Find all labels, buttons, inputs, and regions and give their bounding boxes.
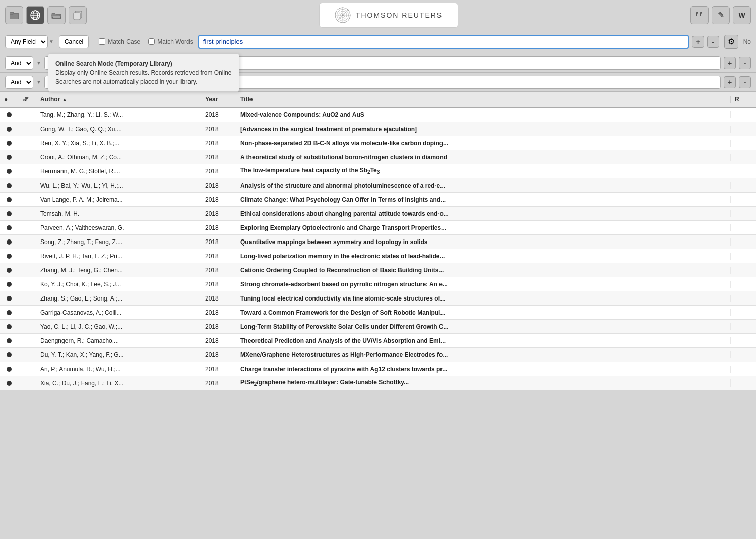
row-author: An, P.; Anumula, R.; Wu, H.;... xyxy=(36,366,201,373)
row-dot xyxy=(0,183,18,188)
table-row[interactable]: An, P.; Anumula, R.; Wu, H.;... 2018 Cha… xyxy=(0,362,756,376)
table-row[interactable]: Herrmann, M. G.; Stoffel, R.... 2018 The… xyxy=(0,164,756,178)
row-author: Ren, X. Y.; Xia, S.; Li, X. B.;... xyxy=(36,140,201,147)
table-row[interactable]: Gong, W. T.; Gao, Q. Q.; Xu,... 2018 [Ad… xyxy=(0,122,756,136)
operator-2-select[interactable]: AndOrNot xyxy=(5,76,33,89)
row-year: 2018 xyxy=(201,182,236,189)
row-year: 2018 xyxy=(201,351,236,358)
table-row[interactable]: Parveen, A.; Vaitheeswaran, G. 2018 Expl… xyxy=(0,221,756,235)
row-dot xyxy=(0,296,18,301)
row-year: 2018 xyxy=(201,154,236,161)
row-year: 2018 xyxy=(201,323,236,330)
match-words-label[interactable]: Match Words xyxy=(148,38,193,45)
table-row[interactable]: Daengngern, R.; Camacho,... 2018 Theoret… xyxy=(0,334,756,348)
table-row[interactable]: Rivett, J. P. H.; Tan, L. Z.; Pri... 201… xyxy=(0,249,756,263)
row-title: Charge transfer interactions of pyrazine… xyxy=(236,366,731,373)
row-year: 2018 xyxy=(201,238,236,246)
row-dot xyxy=(0,310,18,315)
row-title: Toward a Common Framework for the Design… xyxy=(236,309,731,316)
row-title: Long-lived polarization memory in the el… xyxy=(236,253,731,260)
th-author[interactable]: Author ▲ xyxy=(36,96,201,103)
row-author: Gong, W. T.; Gao, Q. Q.; Xu,... xyxy=(36,126,201,133)
table-row[interactable]: Garriga-Casanovas, A.; Colli... 2018 Tow… xyxy=(0,306,756,320)
table-row[interactable]: Ren, X. Y.; Xia, S.; Li, X. B.;... 2018 … xyxy=(0,136,756,150)
search-input-wrapper: + - xyxy=(198,35,719,49)
add-filter-2-button[interactable]: + xyxy=(724,76,736,88)
gear-button[interactable]: ⚙ xyxy=(724,35,738,49)
row-year: 2018 xyxy=(201,210,236,217)
row-dot xyxy=(0,324,18,329)
row-author: Zhang, S.; Gao, L.; Song, A.;... xyxy=(36,295,201,302)
match-case-checkbox[interactable] xyxy=(99,38,105,45)
table-row[interactable]: Zhang, M. J.; Teng, G.; Chen... 2018 Cat… xyxy=(0,263,756,277)
operator-1-select[interactable]: AndOrNot xyxy=(5,56,33,70)
row-year: 2018 xyxy=(201,126,236,133)
sort-arrow-author: ▲ xyxy=(62,97,67,102)
row-year: 2018 xyxy=(201,337,236,344)
match-case-label[interactable]: Match Case xyxy=(99,38,140,45)
row-dot xyxy=(0,225,18,230)
search-field-dropdown[interactable]: Any Field Title Author Year xyxy=(5,35,48,48)
row-year: 2018 xyxy=(201,309,236,316)
table-row[interactable]: Song, Z.; Zhang, T.; Fang, Z.... 2018 Qu… xyxy=(0,235,756,249)
search-row: Any Field Title Author Year ▼ Cancel Mat… xyxy=(0,30,756,53)
logo-text: THOMSON REUTERS xyxy=(356,11,443,19)
row-author: Garriga-Casanovas, A.; Colli... xyxy=(36,309,201,316)
row-year: 2018 xyxy=(201,111,236,118)
row-year: 2018 xyxy=(201,253,236,260)
table-row[interactable]: Ko, Y. J.; Choi, K.; Lee, S.; J... 2018 … xyxy=(0,277,756,291)
table-row[interactable]: Van Lange, P. A. M.; Joirema... 2018 Cli… xyxy=(0,193,756,207)
copy-button[interactable] xyxy=(69,6,87,24)
row-author: Rivett, J. P. H.; Tan, L. Z.; Pri... xyxy=(36,253,201,260)
edit-button[interactable]: ✎ xyxy=(712,6,730,24)
row-title: Climate Change: What Psychology Can Offe… xyxy=(236,196,731,203)
remove-filter-1-button[interactable]: - xyxy=(739,57,751,69)
row-dot xyxy=(0,367,18,372)
match-words-checkbox[interactable] xyxy=(148,38,155,45)
row-year: 2018 xyxy=(201,380,236,387)
no-label: No xyxy=(743,38,751,45)
row-dot xyxy=(0,239,18,245)
folder-button[interactable] xyxy=(5,6,23,24)
tooltip-body: Display only Online Search results. Reco… xyxy=(55,69,231,85)
row-title: Ethical considerations about changing pa… xyxy=(236,210,731,217)
table-row[interactable]: Xia, C.; Du, J.; Fang, L.; Li, X... 2018… xyxy=(0,376,756,390)
table-row[interactable]: Wu, L.; Bai, Y.; Wu, L.; Yi, H.;... 2018… xyxy=(0,178,756,193)
row-title: Long-Term Stability of Perovskite Solar … xyxy=(236,323,731,330)
th-clip: 🖇 xyxy=(18,96,36,103)
row-author: Van Lange, P. A. M.; Joirema... xyxy=(36,196,201,203)
globe-button[interactable] xyxy=(26,6,44,24)
table-row[interactable]: Croot, A.; Othman, M. Z.; Co... 2018 A t… xyxy=(0,150,756,164)
quote-button[interactable] xyxy=(690,6,709,24)
add-filter-1-button[interactable]: + xyxy=(724,57,736,69)
folder-open-button[interactable] xyxy=(47,6,66,24)
row-author: Temsah, M. H. xyxy=(36,210,201,217)
row-title: PtSe2/graphene hetero-multilayer: Gate-t… xyxy=(236,379,731,387)
row-year: 2018 xyxy=(201,140,236,147)
row-year: 2018 xyxy=(201,281,236,288)
remove-filter-2-button[interactable]: - xyxy=(739,76,751,88)
remove-row-button[interactable]: - xyxy=(707,36,719,48)
th-title: Title xyxy=(236,96,731,103)
row-dot xyxy=(0,254,18,259)
row-dot xyxy=(0,352,18,357)
table-row[interactable]: Yao, C. L.; Li, J. C.; Gao, W.;... 2018 … xyxy=(0,320,756,334)
table-row[interactable]: Temsah, M. H. 2018 Ethical consideration… xyxy=(0,207,756,221)
search-input[interactable] xyxy=(198,35,689,49)
th-dot: ● xyxy=(0,96,18,103)
cancel-button[interactable]: Cancel xyxy=(59,35,89,48)
th-year: Year xyxy=(201,96,236,103)
table-row[interactable]: Zhang, S.; Gao, L.; Song, A.;... 2018 Tu… xyxy=(0,291,756,306)
row-year: 2018 xyxy=(201,267,236,274)
table-row[interactable]: Du, Y. T.; Kan, X.; Yang, F.; G... 2018 … xyxy=(0,348,756,362)
toolbar-left xyxy=(5,6,87,24)
w-button[interactable]: W xyxy=(733,6,751,24)
row-dot xyxy=(0,211,18,216)
row-title: Strong chromate-adsorbent based on pyrro… xyxy=(236,281,731,288)
table-row[interactable]: Tang, M.; Zhang, Y.; Li, S.; W... 2018 M… xyxy=(0,108,756,122)
thomson-reuters-logo: THOMSON REUTERS xyxy=(319,3,458,28)
table-body: Tang, M.; Zhang, Y.; Li, S.; W... 2018 M… xyxy=(0,108,756,390)
row-author: Wu, L.; Bai, Y.; Wu, L.; Yi, H.;... xyxy=(36,182,201,189)
row-author: Yao, C. L.; Li, J. C.; Gao, W.;... xyxy=(36,323,201,330)
add-row-button[interactable]: + xyxy=(692,36,704,48)
